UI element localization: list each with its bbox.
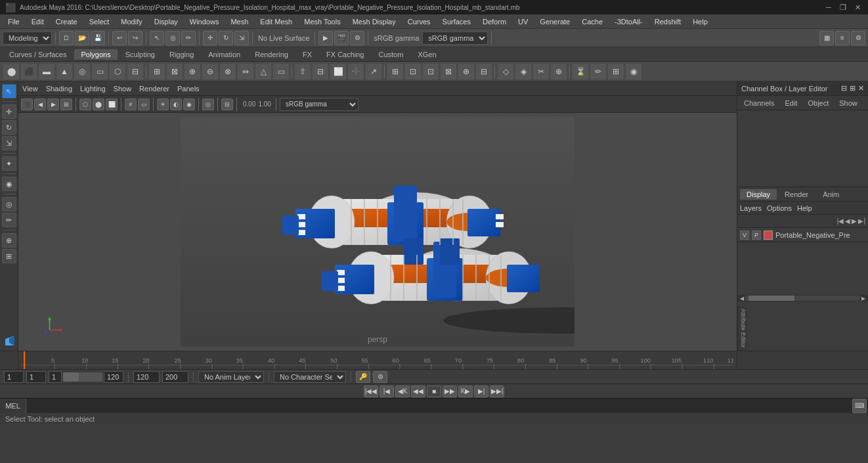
detach-button[interactable]: ⊟ (475, 63, 492, 80)
vp-cam-attrs[interactable]: 🎥 (21, 99, 33, 110)
tab-fx-caching[interactable]: FX Caching (320, 49, 370, 60)
redo-button[interactable]: ↪ (128, 31, 142, 45)
gamma-select[interactable]: sRGB gamma (422, 32, 488, 45)
lattice-button[interactable]: ⊞ (607, 63, 624, 80)
undo-button[interactable]: ↩ (112, 31, 127, 45)
menu-edit[interactable]: Edit (26, 16, 49, 27)
preferences-button[interactable]: ⚙ (373, 371, 387, 383)
cube-button[interactable]: ⬛ (20, 63, 37, 80)
vp-wireframe[interactable]: ⬡ (79, 99, 91, 110)
tab-xgen[interactable]: XGen (411, 49, 443, 60)
vp-menu-panels[interactable]: Panels (177, 85, 200, 93)
tool-settings-toggle[interactable]: ⚙ (851, 31, 865, 45)
frame-range-slider[interactable] (63, 372, 102, 382)
cb-tab-channels[interactable]: Channels (740, 98, 778, 108)
render-button[interactable]: ▶ (318, 31, 333, 45)
vp-isolate-select[interactable]: ⊟ (221, 99, 233, 110)
vp-shadow-toggle[interactable]: ◐ (170, 99, 182, 110)
script-editor-button[interactable]: ⌨ (852, 399, 867, 413)
layers-menu[interactable]: Layers (740, 204, 762, 212)
layer-arrow-fwd[interactable]: ▶ (852, 217, 857, 225)
command-input[interactable] (26, 399, 852, 413)
vp-select-cam[interactable]: ⊞ (60, 99, 72, 110)
save-scene-button[interactable]: 💾 (91, 31, 105, 45)
menu-select[interactable]: Select (84, 16, 115, 27)
attr-editor-toggle[interactable]: ≡ (835, 31, 850, 45)
end-frame-input[interactable] (133, 371, 160, 383)
menu-edit-mesh[interactable]: Edit Mesh (255, 16, 297, 27)
help-menu[interactable]: Help (797, 204, 812, 212)
cb-tab-object[interactable]: Object (804, 98, 833, 108)
color-space-select[interactable]: sRGB gamma (280, 98, 358, 111)
goto-end-button[interactable]: ▶▶| (490, 386, 504, 397)
cylinder-button[interactable]: ▬ (38, 63, 55, 80)
scale-tool-lt[interactable]: ⇲ (2, 136, 16, 150)
goto-start-button[interactable]: |◀◀ (364, 386, 378, 397)
disc-button[interactable]: ⬡ (109, 63, 126, 80)
scroll-track[interactable] (745, 296, 860, 301)
vp-menu-show[interactable]: Show (114, 85, 132, 93)
vp-bounding-box[interactable]: ⬜ (106, 99, 118, 110)
plane-button[interactable]: ▭ (91, 63, 108, 80)
layer-color-swatch[interactable] (764, 231, 773, 240)
menu-redshift[interactable]: Redshift (649, 16, 686, 27)
vp-film-gate[interactable]: ▭ (138, 99, 150, 110)
scroll-thumb[interactable] (749, 296, 794, 301)
bt-tab-anim[interactable]: Anim (816, 189, 846, 200)
append-poly-button[interactable]: ➕ (347, 63, 364, 80)
vp-menu-renderer[interactable]: Renderer (139, 85, 169, 93)
layer-visibility-button[interactable]: V (740, 231, 749, 240)
attribute-editor-panel[interactable]: Attribute Editor (737, 306, 748, 351)
layer-arrow-back[interactable]: ◀ (845, 217, 850, 225)
bool-union-button[interactable]: ⊕ (184, 63, 201, 80)
vp-prev-view[interactable]: ◀ (34, 99, 46, 110)
smooth-button[interactable]: ⌛ (572, 63, 589, 80)
playback-speed-input[interactable] (162, 371, 188, 383)
menu-deform[interactable]: Deform (477, 16, 511, 27)
vp-next-view[interactable]: ▶ (47, 99, 59, 110)
bt-tab-display[interactable]: Display (740, 189, 777, 200)
vp-xray-toggle[interactable]: ◎ (202, 99, 214, 110)
vp-menu-view[interactable]: View (22, 85, 38, 93)
menu-display[interactable]: Display (149, 16, 183, 27)
lasso-select-button[interactable]: ◎ (165, 31, 180, 45)
quad-button[interactable]: ▭ (272, 63, 290, 80)
cb-tab-edit[interactable]: Edit (781, 98, 801, 108)
mode-select[interactable]: Modeling (3, 32, 52, 45)
combine-button[interactable]: ⊞ (148, 63, 165, 80)
ipr-button[interactable]: 🎬 (334, 31, 349, 45)
channel-box-float-icon[interactable]: ⊞ (850, 84, 856, 93)
tab-rigging[interactable]: Rigging (163, 49, 200, 60)
menu-windows[interactable]: Windows (184, 16, 225, 27)
menu-modify[interactable]: Modify (116, 16, 147, 27)
torus-button[interactable]: ◎ (74, 63, 91, 80)
vp-ao-toggle[interactable]: ◉ (183, 99, 195, 110)
paint-select-button[interactable]: ✏ (181, 31, 196, 45)
tab-polygons[interactable]: Polygons (74, 49, 117, 60)
move-tool-button[interactable]: ✛ (203, 31, 217, 45)
bool-diff-button[interactable]: ⊖ (202, 63, 219, 80)
vp-smooth-shade[interactable]: ⬤ (93, 99, 104, 110)
play-back-button[interactable]: ◀◀ (411, 386, 425, 397)
render-settings-button[interactable]: ⚙ (350, 31, 364, 45)
bool-inter-button[interactable]: ⊗ (219, 63, 236, 80)
stop-button[interactable]: ■ (427, 386, 441, 397)
vp-menu-lighting[interactable]: Lighting (80, 85, 106, 93)
range-start-input[interactable] (49, 371, 62, 383)
tab-rendering[interactable]: Rendering (248, 49, 295, 60)
connect-button[interactable]: ⊕ (458, 63, 475, 80)
channel-box-dock-icon[interactable]: ⊟ (841, 84, 847, 93)
minimize-button[interactable]: ─ (823, 2, 834, 12)
rotate-tool-lt[interactable]: ↻ (2, 120, 16, 135)
scale-tool-button[interactable]: ⇲ (234, 31, 249, 45)
target-weld-button[interactable]: ⊕ (550, 63, 567, 80)
mirror-button[interactable]: ⇔ (237, 63, 254, 80)
menu-file[interactable]: File (3, 16, 25, 27)
menu-mesh[interactable]: Mesh (225, 16, 253, 27)
play-fwd-button[interactable]: ▶▶ (443, 386, 457, 397)
move-tool-lt[interactable]: ✛ (2, 104, 16, 119)
universal-manip[interactable]: ✦ (2, 156, 16, 171)
layer-type-button[interactable]: P (752, 231, 761, 240)
prev-key-button[interactable]: ◀K (395, 386, 410, 397)
tab-sculpting[interactable]: Sculpting (119, 49, 162, 60)
